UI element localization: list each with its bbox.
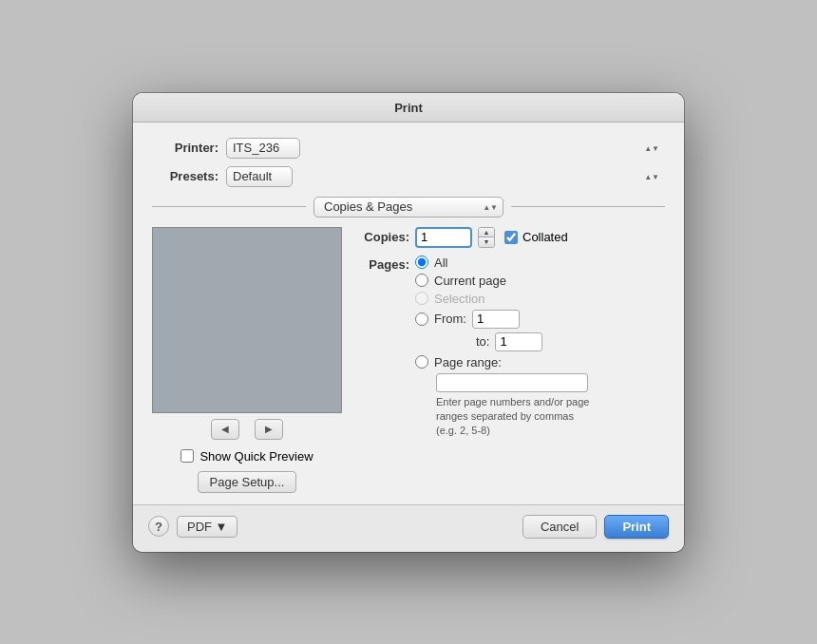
presets-row: Presets: Default [152,166,665,187]
print-button[interactable]: Print [604,515,669,539]
presets-select[interactable]: Default [226,166,293,187]
section-divider: Copies & Pages [152,197,665,218]
printer-label: Printer: [152,141,218,155]
page-range-section: Page range: Enter page numbers and/or pa… [415,355,593,439]
page-range-input[interactable] [436,373,588,392]
selection-label: Selection [434,292,484,306]
section-select-wrapper: Copies & Pages [314,197,504,218]
dialog-title: Print [133,93,684,123]
collated-row: Collated [504,230,568,244]
next-page-button[interactable]: ▶ [255,419,283,440]
section-select[interactable]: Copies & Pages [314,197,504,218]
preview-controls: ◀ ▶ [211,419,283,440]
pdf-button[interactable]: PDF ▼ [177,516,238,538]
current-page-label: Current page [434,274,506,288]
presets-label: Presets: [152,169,218,183]
dialog-footer: ? PDF ▼ Cancel Print [133,504,684,552]
quick-preview-label: Show Quick Preview [200,449,313,464]
selection-radio[interactable] [415,292,428,305]
copies-decrement-button[interactable]: ▼ [479,237,494,247]
page-range-label: Page range: [434,355,502,369]
quick-preview-checkbox[interactable] [180,449,194,463]
cancel-button[interactable]: Cancel [522,515,597,539]
dialog-body: Printer: ITS_236 Presets: Default Copies… [133,123,684,504]
preview-box [152,227,342,413]
selection-radio-row: Selection [415,292,593,306]
content-area: ◀ ▶ Show Quick Preview Page Setup... Cop… [152,227,665,493]
divider-right [511,206,665,207]
all-radio-row: All [415,256,593,270]
all-radio[interactable] [415,256,428,269]
all-label: All [434,256,447,270]
from-label: From: [434,312,466,326]
from-row: From: [415,310,593,329]
copies-stepper: ▲ ▼ [478,227,495,248]
from-radio[interactable] [415,313,428,326]
copies-increment-button[interactable]: ▲ [479,228,494,237]
printer-select-wrapper: ITS_236 [226,138,665,159]
to-label: to: [476,334,489,349]
to-input[interactable] [495,332,542,351]
copies-row: Copies: ▲ ▼ Collated [357,227,665,248]
collated-checkbox[interactable] [504,231,518,244]
page-range-radio[interactable] [415,355,428,369]
pages-options: All Current page Selection [415,256,593,439]
printer-select[interactable]: ITS_236 [226,138,300,159]
presets-select-wrapper: Default [226,166,665,187]
quick-preview-row: Show Quick Preview [180,449,313,464]
page-setup-button[interactable]: Page Setup... [198,471,297,493]
printer-row: Printer: ITS_236 [152,138,665,159]
page-range-radio-row: Page range: [415,355,593,369]
print-dialog: Print Printer: ITS_236 Presets: Default [133,93,684,552]
pages-label: Pages: [357,257,409,272]
current-page-radio-row: Current page [415,274,593,288]
collated-label: Collated [522,230,568,244]
preview-panel: ◀ ▶ Show Quick Preview Page Setup... [152,227,342,493]
help-button[interactable]: ? [148,516,169,537]
page-range-hint: Enter page numbers and/or page ranges se… [436,395,593,439]
title-text: Print [394,101,423,115]
from-input[interactable] [472,310,520,329]
to-row: to: [476,332,593,351]
pages-section: Pages: All Current page [357,256,665,439]
divider-left [152,206,306,207]
copies-input[interactable] [415,227,472,248]
pages-main-row: Pages: All Current page [357,256,665,439]
options-panel: Copies: ▲ ▼ Collated Pages: [357,227,665,493]
current-page-radio[interactable] [415,274,428,287]
prev-page-button[interactable]: ◀ [211,419,239,440]
copies-label: Copies: [357,230,409,244]
